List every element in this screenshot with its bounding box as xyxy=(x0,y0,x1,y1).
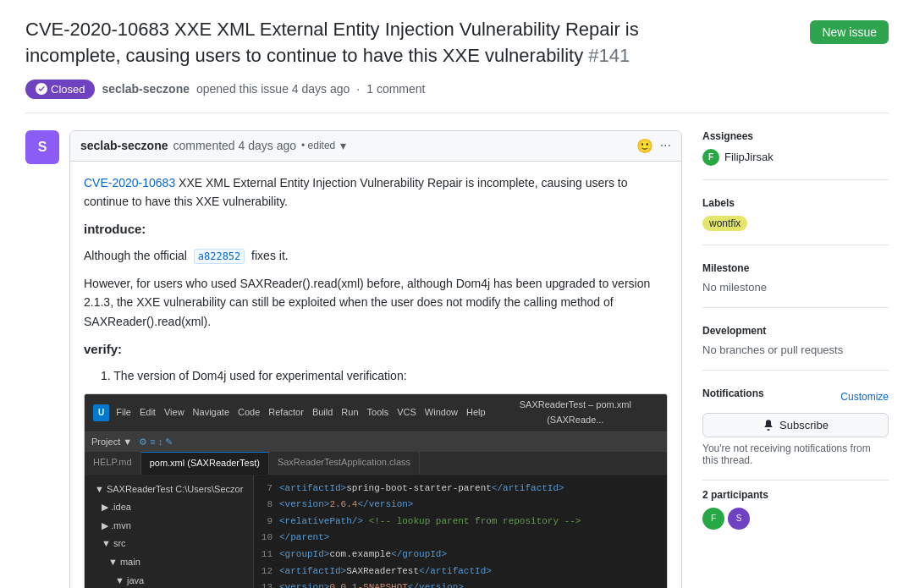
participant-avatar-1: F xyxy=(702,508,724,530)
tree-java[interactable]: ▼ java xyxy=(85,572,253,588)
comment-header-left: seclab-seczone commented 4 days ago • ed… xyxy=(80,139,346,152)
assignee-avatar: F xyxy=(702,149,719,166)
menu-build[interactable]: Build xyxy=(312,405,333,420)
menu-window[interactable]: Window xyxy=(425,405,458,420)
menu-bar: File Edit View Navigate Code Refactor Bu… xyxy=(116,405,485,420)
however-paragraph: However, for users who used SAXReader().… xyxy=(84,274,668,331)
project-icon: ⚙ ≡ ↕ ✎ xyxy=(139,435,173,450)
sidebar-development: Development No branches or pull requests xyxy=(702,325,889,371)
code-line-8: 8 <version>2.6.4</version> xyxy=(254,497,667,514)
although-paragraph: Although the official a822852 fixes it. xyxy=(84,246,668,265)
commit-link[interactable]: a822852 xyxy=(194,249,245,264)
sidebar-labels: Labels wontfix xyxy=(702,197,889,245)
notifications-title: Notifications xyxy=(702,387,764,399)
subscribe-label: Subscribe xyxy=(779,419,829,431)
status-text: Closed xyxy=(51,83,85,96)
new-issue-button[interactable]: New issue xyxy=(810,20,889,44)
menu-run[interactable]: Run xyxy=(341,405,358,420)
although-text: Although the official xyxy=(84,249,187,262)
verify-list: 1. The version of Dom4j used for experim… xyxy=(101,366,668,385)
customize-link[interactable]: Customize xyxy=(840,391,889,403)
code-line-13: 13 <version>0.0.1-SNAPSHOT</version> xyxy=(254,580,667,588)
assignee-name: FilipJirsak xyxy=(724,151,774,163)
comment-box: seclab-seczone commented 4 days ago • ed… xyxy=(69,130,682,588)
menu-navigate[interactable]: Navigate xyxy=(193,405,229,420)
tree-main[interactable]: ▼ main xyxy=(85,553,253,572)
status-badge: Closed xyxy=(25,80,95,99)
code-line-12: 12 <artifactId>SAXReaderTest</artifactId… xyxy=(254,563,667,580)
menu-refactor[interactable]: Refactor xyxy=(268,405,304,420)
menu-edit[interactable]: Edit xyxy=(140,405,156,420)
sidebar-participants: 2 participants F S xyxy=(702,489,889,543)
code-sidebar-panel: ▼ SAXReaderTest C:\Users\Seczor ▶ .idea … xyxy=(85,475,254,588)
menu-code[interactable]: Code xyxy=(238,405,260,420)
menu-view[interactable]: View xyxy=(164,405,184,420)
file-tab-pom[interactable]: pom.xml (SAXReaderTest) xyxy=(141,452,269,475)
edit-dropdown-icon[interactable]: ▾ xyxy=(340,139,346,152)
tree-src[interactable]: ▼ src xyxy=(85,535,253,553)
ide-logo: U xyxy=(93,404,109,421)
bell-icon xyxy=(763,419,774,431)
comment-time: commented 4 days ago xyxy=(173,139,297,152)
participants-list: F S xyxy=(702,508,889,530)
code-line-10: 10 </parent> xyxy=(254,530,667,547)
check-circle-icon xyxy=(36,83,47,95)
issue-number: #141 xyxy=(588,45,630,66)
comments-count: 1 comment xyxy=(366,82,425,96)
development-value: No branches or pull requests xyxy=(702,343,889,356)
subscribe-button[interactable]: Subscribe xyxy=(702,413,889,437)
menu-file[interactable]: File xyxy=(116,405,131,420)
more-options-button[interactable]: ··· xyxy=(660,138,671,153)
issue-meta: Closed seclab-seczone opened this issue … xyxy=(25,80,889,113)
menu-help[interactable]: Help xyxy=(466,405,486,420)
sidebar-notifications: Notifications Customize Subscribe You're… xyxy=(702,387,889,481)
sidebar-assignees: Assignees F FilipJirsak xyxy=(702,130,889,180)
tree-root: ▼ SAXReaderTest C:\Users\Seczor xyxy=(85,481,253,499)
tree-mvn[interactable]: ▶ .mvn xyxy=(85,517,253,536)
comment-header-right: 🙂 ··· xyxy=(636,138,671,154)
notifications-header: Notifications Customize xyxy=(702,387,889,406)
comment-header: seclab-seczone commented 4 days ago • ed… xyxy=(70,131,681,162)
comment-edited: • edited xyxy=(301,140,335,151)
subscribe-note: You're not receiving notifications from … xyxy=(702,442,889,466)
comment-body: CVE-2020-10683 XXE XML External Entity I… xyxy=(70,162,681,588)
code-line-9: 9 <relativePath/> <!-- lookup parent fro… xyxy=(254,514,667,530)
sidebar-milestone: Milestone No milestone xyxy=(702,262,889,308)
comment-author[interactable]: seclab-seczone xyxy=(80,139,168,152)
participants-title: 2 participants xyxy=(702,489,889,501)
assignee-item: F FilipJirsak xyxy=(702,149,889,166)
fixes-text: fixes it. xyxy=(251,249,289,262)
file-tab-help[interactable]: HELP.md xyxy=(85,452,141,475)
code-inner: ▼ SAXReaderTest C:\Users\Seczor ▶ .idea … xyxy=(85,475,667,588)
code-line-11: 11 <groupId>com.example</groupId> xyxy=(254,547,667,563)
menu-vcs[interactable]: VCS xyxy=(397,405,416,420)
menu-tools[interactable]: Tools xyxy=(367,405,389,420)
cve-link[interactable]: CVE-2020-10683 xyxy=(84,176,175,190)
sidebar: Assignees F FilipJirsak Labels wontfix M… xyxy=(702,130,889,588)
participant-avatar-2: S xyxy=(728,508,750,530)
labels-title: Labels xyxy=(702,197,889,209)
introduce-heading: introduce: xyxy=(84,219,668,239)
milestone-title: Milestone xyxy=(702,262,889,274)
title-bar-text: SAXReaderTest – pom.xml (SAXReade... xyxy=(493,398,658,427)
comment-intro: CVE-2020-10683 XXE XML External Entity I… xyxy=(84,173,668,212)
code-content: 7 <artifactId>spring-boot-starter-parent… xyxy=(254,475,667,588)
milestone-value: No milestone xyxy=(702,281,889,294)
content-area: S seclab-seczone commented 4 days ago • … xyxy=(25,130,682,588)
assignees-title: Assignees xyxy=(702,130,889,142)
code-topbar: U File Edit View Navigate Code Refactor … xyxy=(85,394,667,431)
code-line-7: 7 <artifactId>spring-boot-starter-parent… xyxy=(254,481,667,497)
issue-time: opened this issue 4 days ago xyxy=(196,82,350,96)
file-tab-app[interactable]: SaxReaderTestApplication.class xyxy=(269,452,420,475)
tree-idea[interactable]: ▶ .idea xyxy=(85,498,253,517)
avatar: S xyxy=(25,130,59,164)
verify-item-1: 1. The version of Dom4j used for experim… xyxy=(101,366,668,385)
comment-block: S seclab-seczone commented 4 days ago • … xyxy=(25,130,682,588)
label-badge: wontfix xyxy=(702,216,747,231)
project-bar: Project ▼ ⚙ ≡ ↕ ✎ xyxy=(85,432,667,453)
issue-title-text: CVE-2020-10683 XXE XML External Entity I… xyxy=(25,19,639,66)
development-title: Development xyxy=(702,325,889,337)
project-label: Project ▼ xyxy=(91,435,132,450)
emoji-reaction-icon[interactable]: 🙂 xyxy=(636,138,653,154)
verify-heading: verify: xyxy=(84,339,668,360)
